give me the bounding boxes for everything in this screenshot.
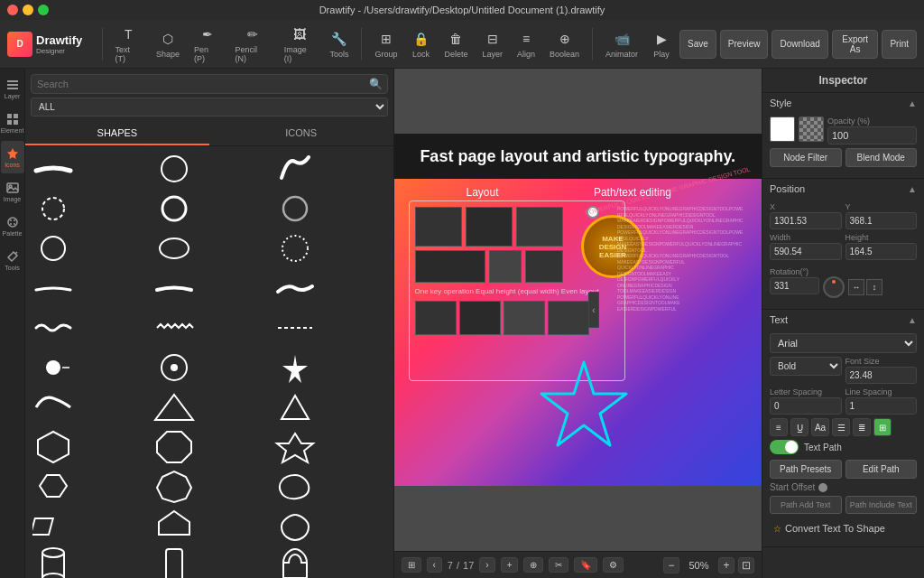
- download-button[interactable]: Download: [772, 30, 827, 59]
- add-page-button[interactable]: +: [501, 557, 519, 573]
- maximize-button[interactable]: [38, 5, 49, 15]
- next-page-button[interactable]: ›: [479, 557, 494, 573]
- list-button[interactable]: ≣: [853, 418, 871, 436]
- sidebar-item-element[interactable]: Element: [1, 107, 24, 139]
- shape-item[interactable]: [271, 428, 319, 466]
- shape-item[interactable]: [150, 428, 199, 466]
- zoom-fit-button[interactable]: ⊡: [738, 557, 754, 573]
- tool-shape[interactable]: ⬡ Shape: [151, 28, 185, 61]
- sidebar-item-tools[interactable]: Tools: [1, 244, 24, 276]
- tool-text[interactable]: T Text (T): [110, 23, 147, 65]
- tool-tools[interactable]: 🔧 Tools: [324, 28, 354, 61]
- shape-item[interactable]: [271, 229, 319, 267]
- shape-item[interactable]: [271, 508, 319, 545]
- tool-layer[interactable]: ⊟ Layer: [476, 28, 508, 61]
- shape-item[interactable]: [29, 150, 78, 188]
- tool-play[interactable]: ▶ Play: [647, 28, 676, 61]
- shape-item[interactable]: [271, 547, 319, 578]
- shape-item[interactable]: [29, 468, 78, 506]
- tool-boolean[interactable]: ⊕ Boolean: [544, 28, 585, 61]
- convert-text-shape-button[interactable]: ☆ Convert Text To Shape: [770, 517, 917, 539]
- zoom-in-button[interactable]: +: [718, 557, 735, 573]
- shape-item[interactable]: [150, 309, 199, 347]
- shape-item[interactable]: [271, 269, 319, 307]
- edit-path-button[interactable]: Edit Path: [845, 460, 918, 479]
- y-input[interactable]: [845, 212, 918, 229]
- shape-item[interactable]: [271, 309, 319, 347]
- shape-item[interactable]: [29, 508, 78, 545]
- font-size-input[interactable]: [845, 367, 918, 384]
- expand-panel-button[interactable]: ‹: [588, 292, 599, 328]
- shape-item[interactable]: [150, 547, 199, 578]
- shape-item[interactable]: [150, 190, 199, 228]
- shape-item[interactable]: [29, 309, 78, 347]
- path-include-text-button[interactable]: Path Include Text: [845, 496, 918, 514]
- print-button[interactable]: Print: [882, 30, 917, 59]
- shape-item[interactable]: [29, 190, 78, 228]
- tool-align[interactable]: ≡ Align: [512, 28, 541, 61]
- tab-icons[interactable]: ICONS: [209, 122, 393, 145]
- shape-item[interactable]: [29, 547, 78, 578]
- shape-item[interactable]: [271, 150, 319, 188]
- shape-item[interactable]: [150, 349, 199, 387]
- style-section-header[interactable]: Style ▲: [762, 93, 924, 113]
- settings-button[interactable]: ⚙: [603, 557, 624, 573]
- text-path-toggle[interactable]: [770, 440, 799, 454]
- tool-image[interactable]: 🖼 Image (I): [279, 23, 321, 65]
- shape-item[interactable]: [271, 388, 319, 426]
- search-input[interactable]: [31, 74, 388, 94]
- sidebar-item-palette[interactable]: Palette: [1, 210, 24, 242]
- zoom-out-button[interactable]: −: [663, 557, 679, 573]
- shape-item[interactable]: [150, 468, 199, 506]
- minimize-button[interactable]: [23, 5, 33, 15]
- shape-item[interactable]: [150, 229, 199, 267]
- shape-item[interactable]: [271, 468, 319, 506]
- path-presets-button[interactable]: Path Presets: [770, 460, 842, 479]
- shape-item[interactable]: [29, 229, 78, 267]
- shape-item[interactable]: [29, 388, 78, 426]
- node-filter-button[interactable]: Node Filter: [770, 148, 842, 167]
- tab-shapes[interactable]: SHAPES: [25, 122, 209, 145]
- line-spacing-input[interactable]: [845, 397, 918, 415]
- filter-select[interactable]: ALL: [31, 98, 388, 117]
- stroke-color-swatch[interactable]: [799, 117, 824, 142]
- save-button[interactable]: Save: [679, 30, 716, 59]
- tool-pen[interactable]: ✒ Pen (P): [189, 23, 226, 65]
- underline-button[interactable]: U̲: [790, 418, 808, 436]
- tool-group[interactable]: ⊞ Group: [369, 28, 402, 61]
- tool-delete[interactable]: 🗑 Delete: [439, 28, 473, 61]
- tool-animator[interactable]: 📹 Animator: [600, 28, 643, 61]
- x-input[interactable]: [770, 212, 842, 229]
- sidebar-item-icons[interactable]: Icons: [1, 141, 24, 173]
- preview-button[interactable]: Preview: [720, 30, 769, 59]
- align-center-button[interactable]: ☰: [832, 418, 850, 436]
- grid-view-button[interactable]: ⊞: [402, 557, 421, 573]
- rotation-dial[interactable]: [823, 276, 845, 298]
- close-button[interactable]: [7, 5, 18, 15]
- blend-mode-button[interactable]: Blend Mode: [845, 148, 918, 167]
- tool-lock[interactable]: 🔒 Lock: [406, 28, 435, 61]
- font-family-select[interactable]: Arial: [770, 333, 917, 353]
- sidebar-item-image[interactable]: Image: [1, 175, 24, 208]
- sidebar-item-layer[interactable]: Layer: [1, 72, 24, 105]
- scissors-button[interactable]: ✂: [549, 557, 568, 573]
- tool-pencil[interactable]: ✏ Pencil (N): [230, 23, 275, 65]
- shape-item[interactable]: [271, 190, 319, 228]
- shape-item[interactable]: [29, 269, 78, 307]
- width-input[interactable]: [770, 243, 842, 260]
- canvas[interactable]: Fast page layout and artistic typography…: [394, 134, 762, 486]
- opacity-input[interactable]: [827, 126, 917, 144]
- shape-item[interactable]: [150, 508, 199, 545]
- fill-color-swatch[interactable]: [770, 117, 795, 142]
- shape-item[interactable]: ${Array.from({length:16},(_,i)=>``).join…: [29, 349, 78, 387]
- prev-page-button[interactable]: ‹: [427, 557, 442, 573]
- flip-h-button[interactable]: ↔: [848, 279, 864, 295]
- bookmark-button[interactable]: 🔖: [574, 557, 597, 573]
- position-section-header[interactable]: Position ▲: [762, 179, 924, 199]
- shape-item[interactable]: [29, 428, 78, 466]
- export-button[interactable]: Export As: [832, 30, 879, 59]
- align-left-button[interactable]: ≡: [770, 418, 788, 436]
- copy-page-button[interactable]: ⊕: [523, 557, 543, 573]
- height-input[interactable]: [845, 243, 918, 260]
- shape-item[interactable]: [150, 269, 199, 307]
